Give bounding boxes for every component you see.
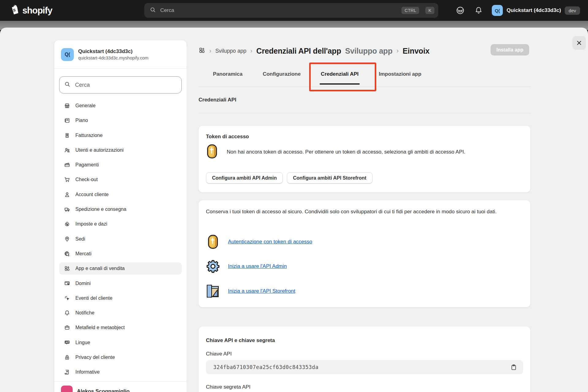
access-token-card-title: Token di accesso: [206, 134, 249, 140]
security-message: Conserva i tuoi token di accesso al sicu…: [206, 207, 518, 216]
sidebar-item-label: Privacy del cliente: [75, 355, 115, 360]
sidebar-item-label: Notifiche: [75, 310, 94, 316]
shipping-icon: [64, 206, 70, 212]
markets-icon: $: [64, 251, 70, 257]
kbd-ctrl: CTRL: [401, 7, 419, 14]
sidebar-item-metafields[interactable]: Metafield e metaobject: [59, 322, 182, 334]
api-key-label: Chiave API: [206, 351, 232, 357]
topbar-actions: Q( Quickstart (4dc33d3c) dev: [455, 0, 588, 21]
sidebar-item-notifications[interactable]: Notifiche: [59, 307, 182, 319]
sidebar-item-store[interactable]: Generale: [59, 100, 182, 112]
sidebar-item-label: Eventi del cliente: [75, 295, 112, 301]
sidebar-item-taxes[interactable]: Imposte e dazi: [59, 218, 182, 230]
privacy-icon: [64, 354, 70, 360]
shopify-logo[interactable]: S shopify: [9, 0, 52, 21]
languages-icon: A: [64, 340, 70, 346]
svg-text:A: A: [66, 341, 67, 344]
kbd-k: K: [425, 7, 434, 14]
sidebar-store-header[interactable]: Q( Quickstart (4dc33d3c) quickstart-4dc3…: [61, 48, 180, 61]
assistant-icon[interactable]: [455, 5, 465, 16]
doc-link-row: Inizia a usare l'API Storefront: [206, 284, 295, 299]
sidebar-item-checkout[interactable]: Check-out: [59, 173, 182, 186]
sidebar-search[interactable]: [59, 76, 182, 93]
sidebar-item-label: Account cliente: [75, 192, 109, 197]
tab-panoramica[interactable]: Panoramica: [210, 67, 245, 85]
sidebar-item-plan[interactable]: Piano: [59, 114, 182, 127]
doc-link[interactable]: Inizia a usare l'API Admin: [228, 263, 287, 269]
shopify-bag-icon: S: [9, 4, 20, 17]
sidebar-item-customer-account[interactable]: Account cliente: [59, 188, 182, 201]
sidebar-search-input[interactable]: [74, 82, 176, 89]
sidebar-item-label: App e canali di vendita: [75, 266, 125, 271]
configure-storefront-scopes-button[interactable]: Configura ambiti API Storefront: [287, 172, 372, 184]
sidebar-item-label: Mercati: [75, 251, 91, 257]
taxes-icon: [64, 221, 70, 227]
global-search-input[interactable]: [160, 7, 398, 14]
sidebar-item-label: Informative: [75, 369, 100, 375]
tab-bar: PanoramicaConfigurazioneCredenziali APII…: [210, 67, 424, 85]
api-key-value: 324fba6710307ea25cf63d0c843353da: [213, 364, 509, 370]
domains-icon: [64, 280, 70, 287]
sidebar-item-policies[interactable]: Informative: [59, 366, 182, 378]
tab-configurazione[interactable]: Configurazione: [260, 67, 304, 85]
breadcrumb-separator: ›: [396, 47, 399, 55]
sidebar-item-label: Domini: [75, 281, 91, 286]
account-store-name: Quickstart (4dc33d3c): [506, 7, 561, 13]
sidebar-item-apps[interactable]: App e canali di vendita: [59, 262, 182, 275]
payments-icon: [64, 162, 70, 168]
divider: [199, 113, 530, 113]
sidebar-store-domain: quickstart-4dc33d3c.myshopify.com: [78, 55, 148, 61]
empty-token-row: Non hai ancora token di accesso. Per ott…: [206, 143, 465, 161]
api-keys-card: Chiave API e chiave segreta Chiave API 3…: [199, 326, 530, 392]
tab-impostazioni-app[interactable]: Impostazioni app: [376, 67, 424, 85]
sidebar-item-privacy[interactable]: Privacy del cliente: [59, 351, 182, 363]
sidebar-item-label: Pagamenti: [75, 162, 99, 168]
notifications-bell-icon[interactable]: [473, 5, 484, 16]
sidebar-item-markets[interactable]: $Mercati: [59, 248, 182, 260]
breadcrumb: › Sviluppo app › Credenziali API dell'ap…: [199, 43, 430, 59]
sidebar-item-label: Piano: [75, 118, 88, 123]
sidebar-item-label: Fatturazione: [75, 133, 103, 138]
sidebar-item-label: Check-out: [75, 177, 98, 182]
doc-link-row: Inizia a usare l'API Admin: [206, 259, 287, 274]
empty-token-message: Non hai ancora token di accesso. Per ott…: [227, 149, 465, 155]
breadcrumb-current-app: Einvoix: [403, 47, 430, 55]
doc-link[interactable]: Inizia a usare l'API Storefront: [228, 288, 295, 294]
breadcrumb-separator: ›: [250, 47, 252, 54]
doc-link[interactable]: Autenticazione con token di accesso: [228, 239, 312, 245]
sidebar-item-locations[interactable]: Sedi: [59, 233, 182, 245]
sidebar-item-users[interactable]: Utenti e autorizzazioni: [59, 144, 182, 156]
apps-grid-icon[interactable]: [199, 47, 205, 55]
sidebar-divider: [54, 68, 187, 69]
access-token-card: Token di accesso Non hai ancora token di…: [199, 126, 530, 192]
page-title-context: Sviluppo app: [345, 47, 393, 55]
search-icon: [64, 81, 70, 89]
account-menu[interactable]: Q( Quickstart (4dc33d3c) dev: [492, 5, 580, 16]
sidebar-item-domains[interactable]: Domini: [59, 277, 182, 290]
copy-api-key-button[interactable]: [509, 363, 518, 372]
sidebar-user[interactable]: Alekos Scognamiglio: [61, 386, 130, 392]
sidebar-item-shipping[interactable]: Spedizione e consegna: [59, 203, 182, 215]
global-search[interactable]: CTRLK: [144, 3, 438, 18]
locations-icon: [64, 236, 70, 242]
notifications-icon: [64, 310, 70, 316]
topbar: S shopify CTRLK Q( Quickstart (4dc33d3c)…: [0, 0, 588, 21]
token-actions: Configura ambiti API Admin Configura amb…: [206, 172, 373, 184]
user-name: Alekos Scognamiglio: [77, 388, 130, 392]
sidebar-item-languages[interactable]: ALingue: [59, 337, 182, 349]
breadcrumb-app-development[interactable]: Sviluppo app: [215, 48, 246, 54]
sidebar-item-customer-events[interactable]: Eventi del cliente: [59, 292, 182, 304]
sidebar-item-payments[interactable]: Pagamenti: [59, 159, 182, 171]
coin-token-icon: [206, 144, 218, 160]
breadcrumb-separator: ›: [209, 47, 211, 54]
shopify-wordmark: shopify: [22, 6, 52, 16]
configure-admin-scopes-button[interactable]: Configura ambiti API Admin: [206, 172, 283, 184]
install-app-button[interactable]: Installa app: [491, 44, 529, 55]
sidebar-item-billing[interactable]: Fatturazione: [59, 129, 182, 142]
sidebar-item-label: Generale: [75, 103, 96, 108]
billing-icon: [64, 132, 70, 139]
api-key-field: 324fba6710307ea25cf63d0c843353da: [206, 360, 523, 374]
api-keys-card-title: Chiave API e chiave segreta: [206, 337, 275, 344]
tab-credenziali-api[interactable]: Credenziali API: [318, 67, 362, 85]
close-button[interactable]: [572, 36, 586, 50]
